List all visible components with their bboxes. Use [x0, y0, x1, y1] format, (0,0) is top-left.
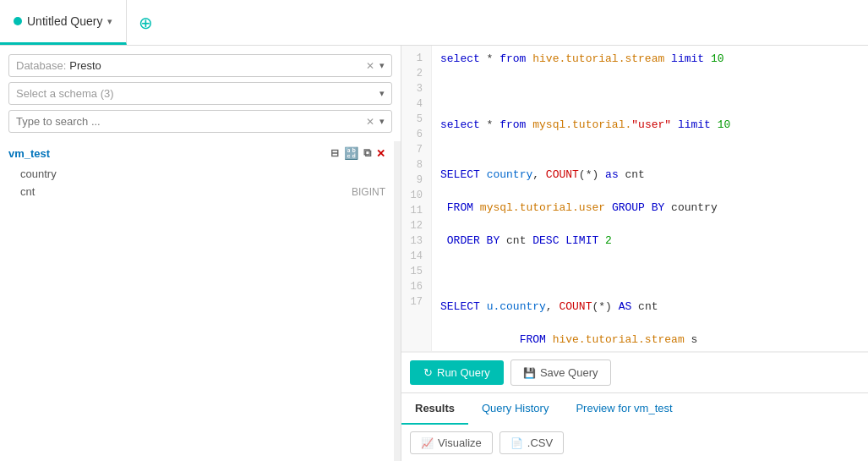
bottom-tabs: Results Query History Preview for vm_tes…	[401, 392, 868, 425]
tab-bar: Untitled Query ▾ ⊕	[0, 0, 868, 46]
run-label: Run Query	[437, 366, 490, 379]
save-icon: 💾	[523, 367, 536, 379]
run-icon: ↻	[423, 366, 433, 379]
visualize-button[interactable]: 📈 Visualize	[410, 431, 493, 454]
table-header: vm_test ⊟ 🔡 ⧉ ✕	[0, 141, 394, 165]
tab-query-history[interactable]: Query History	[468, 393, 562, 425]
sidebar: Database: Presto ✕ ▾ Select a schema (3)…	[0, 46, 401, 461]
csv-icon: 📄	[510, 437, 523, 449]
line-numbers: 12345 678910 1112131415 1617	[401, 46, 432, 351]
database-value: Presto	[69, 59, 366, 72]
tab-title: Untitled Query	[27, 14, 102, 28]
search-input[interactable]	[16, 115, 366, 128]
tab-preview[interactable]: Preview for vm_test	[562, 393, 685, 425]
column-name: country	[20, 167, 385, 180]
table-collapse-icon: ⊟	[330, 147, 339, 159]
copy-icon[interactable]: ⧉	[363, 146, 371, 160]
query-toolbar: ↻ Run Query 💾 Save Query	[401, 352, 868, 392]
schema-list: vm_test ⊟ 🔡 ⧉ ✕ country cnt BIGINT	[0, 141, 394, 461]
remove-icon[interactable]: ✕	[376, 147, 385, 160]
save-query-button[interactable]: 💾 Save Query	[510, 359, 611, 386]
database-caret-icon: ▾	[379, 60, 385, 71]
code-editor[interactable]: 12345 678910 1112131415 1617 select * fr…	[401, 46, 868, 352]
add-tab-button[interactable]: ⊕	[127, 0, 165, 45]
save-label: Save Query	[540, 366, 598, 379]
schema-placeholder: Select a schema (3)	[16, 87, 379, 100]
visualize-label: Visualize	[438, 436, 482, 449]
right-panel: 12345 678910 1112131415 1617 select * fr…	[401, 46, 868, 461]
column-row: country	[0, 165, 394, 183]
database-clear-icon[interactable]: ✕	[366, 60, 374, 72]
run-query-button[interactable]: ↻ Run Query	[410, 360, 504, 385]
tab-preview-label: Preview for vm_test	[576, 402, 672, 414]
query-tab[interactable]: Untitled Query ▾	[0, 0, 127, 45]
code-content[interactable]: select * from hive.tutorial.stream limit…	[432, 46, 868, 351]
csv-label: .CSV	[527, 436, 553, 449]
column-type: BIGINT	[352, 186, 385, 198]
database-label: Database:	[16, 59, 66, 72]
sidebar-scrollbar[interactable]	[394, 141, 401, 461]
database-selector[interactable]: Database: Presto ✕ ▾	[8, 54, 392, 77]
add-tab-icon: ⊕	[139, 13, 153, 33]
search-row[interactable]: ✕ ▾	[8, 110, 392, 133]
tab-status-dot	[14, 17, 22, 25]
column-row: cnt BIGINT	[0, 183, 394, 200]
csv-button[interactable]: 📄 .CSV	[500, 431, 564, 454]
table-name[interactable]: vm_test	[8, 147, 325, 160]
column-name: cnt	[20, 185, 352, 198]
sort-icon[interactable]: 🔡	[344, 146, 358, 160]
visualize-icon: 📈	[421, 437, 434, 449]
results-area: 📈 Visualize 📄 .CSV	[401, 425, 868, 461]
tab-query-history-label: Query History	[482, 402, 549, 414]
schema-list-wrapper: vm_test ⊟ 🔡 ⧉ ✕ country cnt BIGINT	[0, 141, 401, 461]
schema-selector[interactable]: Select a schema (3) ▾	[8, 82, 392, 105]
tab-chevron-icon: ▾	[107, 16, 112, 27]
search-clear-icon[interactable]: ✕	[366, 116, 374, 128]
main-layout: Database: Presto ✕ ▾ Select a schema (3)…	[0, 46, 868, 461]
schema-caret-icon: ▾	[379, 88, 385, 99]
table-actions: 🔡 ⧉ ✕	[344, 146, 385, 160]
tab-results-label: Results	[415, 402, 455, 414]
tab-results[interactable]: Results	[401, 393, 468, 425]
sidebar-controls: Database: Presto ✕ ▾ Select a schema (3)…	[0, 46, 401, 141]
search-caret-icon: ▾	[379, 116, 385, 127]
